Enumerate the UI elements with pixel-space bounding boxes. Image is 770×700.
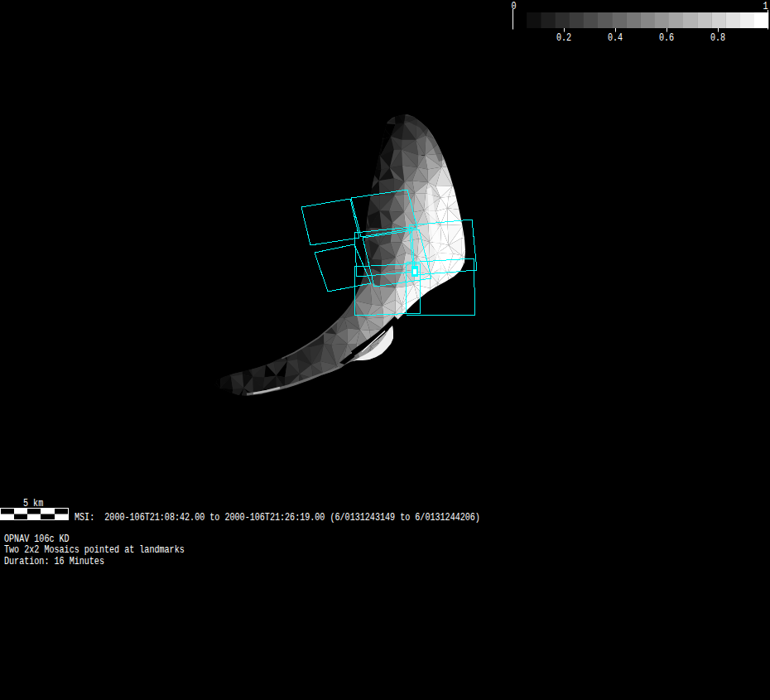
svg-text:0: 0 xyxy=(511,0,516,12)
svg-text:Two 2x2 Mosaics pointed at lan: Two 2x2 Mosaics pointed at landmarks xyxy=(4,543,185,556)
svg-text:MSI: 2000-106T21:08:42.00 to: MSI: 2000-106T21:08:42.00 to 2000-106T21… xyxy=(75,510,480,523)
svg-text:OPNAV 106c KD: OPNAV 106c KD xyxy=(4,532,70,544)
svg-text:0.2: 0.2 xyxy=(556,31,571,44)
svg-text:0.6: 0.6 xyxy=(659,31,674,44)
svg-text:1: 1 xyxy=(763,0,768,12)
svg-text:0.4: 0.4 xyxy=(608,31,623,44)
svg-text:0.8: 0.8 xyxy=(710,31,725,44)
svg-text:5 km: 5 km xyxy=(23,496,43,509)
svg-text:Duration: 16 Minutes: Duration: 16 Minutes xyxy=(4,554,104,567)
